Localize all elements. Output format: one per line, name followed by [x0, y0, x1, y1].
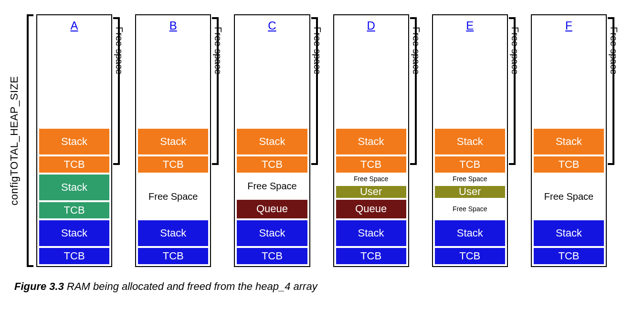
- block-stack: Stack: [38, 219, 110, 247]
- block-stack: Stack: [335, 219, 407, 247]
- block-stack: Stack: [38, 128, 110, 155]
- block-stack: Stack: [434, 128, 506, 155]
- block-empty: [137, 36, 209, 128]
- block-stack: Stack: [434, 219, 506, 247]
- heap-column-D: DTCBStackQueueUserFree SpaceTCBStack: [333, 14, 409, 267]
- block-stack: Stack: [236, 128, 308, 155]
- column-group-F: FTCBStackFree SpaceTCBStackFree space: [531, 14, 630, 267]
- block-user: User: [434, 185, 506, 199]
- column-group-A: ATCBStackTCBStackTCBStackFree space: [36, 14, 135, 267]
- free-space-label: Free space: [114, 27, 125, 74]
- block-tcb: TCB: [236, 247, 308, 265]
- block-free-space: Free Space: [434, 199, 506, 219]
- figure-caption: Figure 3.3 RAM being allocated and freed…: [14, 280, 630, 293]
- block-tcb: TCB: [38, 155, 110, 174]
- heap-column-A: ATCBStackTCBStackTCBStack: [36, 14, 112, 267]
- column-body: TCBStackQueueFree SpaceTCBStack: [235, 35, 309, 266]
- free-space-bracket: Free space: [608, 14, 630, 267]
- column-body: TCBStackFree SpaceUserFree SpaceTCBStack: [433, 35, 507, 266]
- column-body: TCBStackFree SpaceTCBStack: [532, 35, 606, 266]
- block-empty: [236, 36, 308, 128]
- column-body: TCBStackQueueUserFree SpaceTCBStack: [334, 35, 408, 266]
- column-group-D: DTCBStackQueueUserFree SpaceTCBStackFree…: [333, 14, 432, 267]
- free-space-bracket: Free space: [410, 14, 432, 267]
- column-header: E: [433, 15, 507, 35]
- block-queue: Queue: [335, 199, 407, 219]
- block-empty: [434, 36, 506, 128]
- block-free-space: Free Space: [434, 174, 506, 185]
- block-tcb: TCB: [38, 247, 110, 265]
- heap-column-C: CTCBStackQueueFree SpaceTCBStack: [234, 14, 310, 267]
- block-free-space: Free Space: [335, 174, 407, 185]
- heap-column-B: BTCBStackFree SpaceTCBStack: [135, 14, 211, 267]
- block-tcb: TCB: [533, 247, 605, 265]
- block-tcb: TCB: [434, 155, 506, 174]
- block-queue: Queue: [236, 199, 308, 219]
- figure-caption-text: RAM being allocated and freed from the h…: [64, 280, 317, 292]
- free-space-label: Free space: [608, 27, 619, 74]
- column-body: TCBStackFree SpaceTCBStack: [136, 35, 210, 266]
- free-space-bracket: Free space: [113, 14, 135, 267]
- column-header: D: [334, 15, 408, 35]
- column-group-E: ETCBStackFree SpaceUserFree SpaceTCBStac…: [432, 14, 531, 267]
- free-space-label: Free space: [411, 27, 422, 74]
- block-stack: Stack: [137, 128, 209, 155]
- block-tcb: TCB: [38, 201, 110, 219]
- left-bracket: [27, 14, 33, 267]
- block-free-space: Free Space: [533, 174, 605, 219]
- figure-number: Figure 3.3: [14, 280, 64, 292]
- heap-column-E: ETCBStackFree SpaceUserFree SpaceTCBStac…: [432, 14, 508, 267]
- free-space-label: Free space: [212, 27, 223, 74]
- block-stack: Stack: [533, 128, 605, 155]
- column-header: F: [532, 15, 606, 35]
- block-tcb: TCB: [434, 247, 506, 265]
- diagram-row: configTOTAL_HEAP_SIZE ATCBStackTCBStackT…: [14, 14, 630, 267]
- block-stack: Stack: [335, 128, 407, 155]
- figure: configTOTAL_HEAP_SIZE ATCBStackTCBStackT…: [14, 14, 630, 293]
- free-space-label: Free space: [509, 27, 520, 74]
- column-header: B: [136, 15, 210, 35]
- free-space-bracket: Free space: [212, 14, 234, 267]
- block-empty: [335, 36, 407, 128]
- block-stack: Stack: [38, 174, 110, 201]
- block-user: User: [335, 185, 407, 199]
- block-empty: [38, 36, 110, 128]
- block-stack: Stack: [236, 219, 308, 247]
- column-header: C: [235, 15, 309, 35]
- block-tcb: TCB: [236, 155, 308, 174]
- block-tcb: TCB: [335, 247, 407, 265]
- column-header: A: [37, 15, 111, 35]
- block-tcb: TCB: [137, 247, 209, 265]
- left-axis-label: configTOTAL_HEAP_SIZE: [8, 76, 21, 205]
- left-axis: configTOTAL_HEAP_SIZE: [14, 14, 32, 267]
- block-tcb: TCB: [335, 155, 407, 174]
- free-space-bracket: Free space: [509, 14, 531, 267]
- column-group-B: BTCBStackFree SpaceTCBStackFree space: [135, 14, 234, 267]
- block-tcb: TCB: [533, 155, 605, 174]
- column-body: TCBStackTCBStackTCBStack: [37, 35, 111, 266]
- block-free-space: Free Space: [236, 174, 308, 199]
- free-space-bracket: Free space: [311, 14, 333, 267]
- heap-column-F: FTCBStackFree SpaceTCBStack: [531, 14, 607, 267]
- column-group-C: CTCBStackQueueFree SpaceTCBStackFree spa…: [234, 14, 333, 267]
- free-space-label: Free space: [312, 27, 323, 74]
- block-stack: Stack: [533, 219, 605, 247]
- block-tcb: TCB: [137, 155, 209, 174]
- block-empty: [533, 36, 605, 128]
- block-stack: Stack: [137, 219, 209, 247]
- block-free-space: Free Space: [137, 174, 209, 219]
- columns: ATCBStackTCBStackTCBStackFree spaceBTCBS…: [36, 14, 630, 267]
